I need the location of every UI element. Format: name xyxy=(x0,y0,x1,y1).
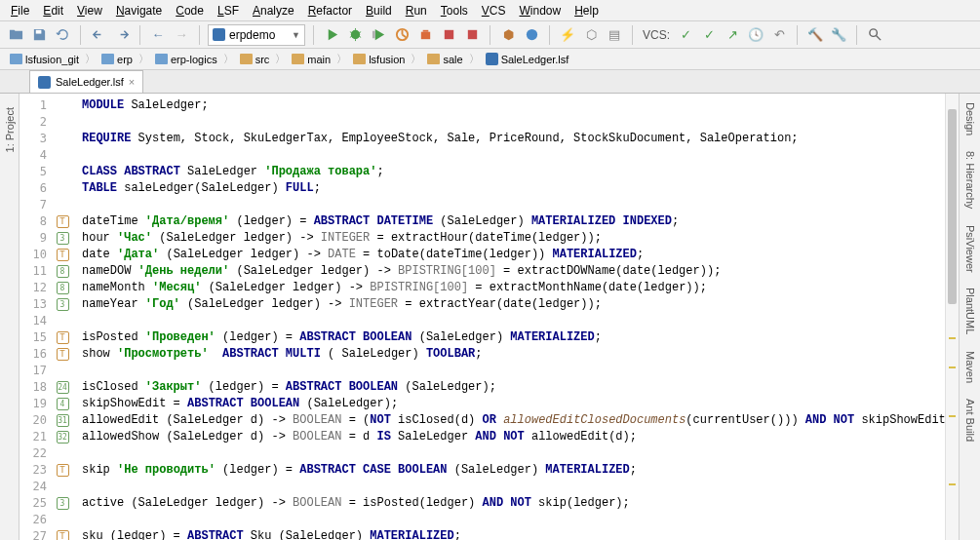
stop-icon[interactable] xyxy=(439,25,458,45)
close-icon[interactable]: × xyxy=(129,76,135,88)
vcs-history-icon[interactable]: 🕓 xyxy=(746,25,765,45)
toolwindow-design[interactable]: Design xyxy=(964,99,976,138)
menu-help[interactable]: Help xyxy=(568,2,606,19)
hierarchy-icon[interactable]: ⬡ xyxy=(581,25,601,45)
vcs-commit2-icon[interactable]: ✓ xyxy=(699,25,719,45)
code-line[interactable]: show 'Просмотреть' ABSTRACT MULTI ( Sale… xyxy=(82,346,945,363)
save-icon[interactable] xyxy=(29,25,49,45)
code-line[interactable]: sku (ledger) = ABSTRACT Sku (SaleLedger)… xyxy=(82,528,945,540)
coverage-icon[interactable] xyxy=(369,25,388,45)
toolwindow-ant-build[interactable]: Ant Build xyxy=(964,396,976,444)
code-line[interactable] xyxy=(82,445,945,462)
code-line[interactable]: nameYear 'Год' (SaleLedger ledger) -> IN… xyxy=(82,296,945,313)
breadcrumb-item[interactable]: erp-logics xyxy=(151,54,221,65)
attach-icon[interactable] xyxy=(415,25,435,45)
code-line[interactable]: date 'Дата' (SaleLedger ledger) -> DATE … xyxy=(82,247,945,263)
toggle1-icon[interactable]: ⬢ xyxy=(498,25,518,45)
code-line[interactable] xyxy=(82,197,945,213)
vcs-push-icon[interactable]: ↗ xyxy=(723,25,742,45)
open-icon[interactable] xyxy=(6,25,25,45)
menu-navigate[interactable]: Navigate xyxy=(109,2,169,19)
undo-icon[interactable] xyxy=(89,25,108,45)
breadcrumb-item[interactable]: src xyxy=(236,54,274,65)
bolt-icon[interactable]: ⚡ xyxy=(558,25,577,45)
code-line[interactable] xyxy=(82,363,945,379)
back-icon[interactable]: ← xyxy=(148,25,168,45)
vertical-scrollbar[interactable] xyxy=(945,94,959,540)
breadcrumb-item[interactable]: SaleLedger.lsf xyxy=(482,53,573,65)
debug-icon[interactable] xyxy=(345,25,365,45)
build-icon[interactable]: 🔨 xyxy=(805,25,825,45)
line-marker: 31 xyxy=(53,412,72,429)
vcs-commit-icon[interactable]: ✓ xyxy=(676,25,695,45)
code-line[interactable] xyxy=(82,114,945,131)
toolwindow-psiviewer[interactable]: PsiViewer xyxy=(964,222,976,276)
breadcrumb-item[interactable]: lsfusion_git xyxy=(6,54,83,65)
menubar: FileEditViewNavigateCodeLSFAnalyzeRefact… xyxy=(0,0,980,21)
code-line[interactable]: active (SaleLedger ledger) -> BOOLEAN = … xyxy=(82,495,945,512)
line-number: 3 xyxy=(20,131,47,147)
code-line[interactable]: skipShowEdit = ABSTRACT BOOLEAN (SaleLed… xyxy=(82,396,945,412)
code-line[interactable]: allowedShow (SaleLedger d) -> BOOLEAN = … xyxy=(82,429,945,445)
line-number: 13 xyxy=(20,296,47,313)
line-number: 16 xyxy=(20,346,47,363)
code-area[interactable]: MODULE SaleLedger; REQUIRE System, Stock… xyxy=(72,94,945,540)
code-editor[interactable]: 1234567891011121314151617181920212223242… xyxy=(20,94,959,540)
menu-code[interactable]: Code xyxy=(169,2,211,19)
editor-tab[interactable]: SaleLedger.lsf × xyxy=(29,70,143,93)
code-line[interactable] xyxy=(82,313,945,329)
menu-window[interactable]: Window xyxy=(512,2,568,19)
code-line[interactable]: REQUIRE System, Stock, SkuLedgerTax, Emp… xyxy=(82,131,945,147)
forward-icon[interactable]: → xyxy=(172,25,191,45)
vcs-revert-icon[interactable]: ↶ xyxy=(769,25,789,45)
line-marker xyxy=(53,479,72,495)
project-tool-button[interactable]: 1: Project xyxy=(4,103,16,156)
search-icon[interactable] xyxy=(865,25,884,45)
svg-rect-2 xyxy=(372,31,374,39)
code-line[interactable] xyxy=(82,147,945,164)
toolwindow-8-hierarchy[interactable]: 8: Hierarchy xyxy=(964,148,976,212)
code-line[interactable]: TABLE saleLedger(SaleLedger) FULL; xyxy=(82,180,945,197)
menu-run[interactable]: Run xyxy=(399,2,434,19)
menu-refactor[interactable]: Refactor xyxy=(301,2,359,19)
menu-lsf[interactable]: LSF xyxy=(211,2,246,19)
marker-gutter: T3T883TT2443132T3T xyxy=(53,94,72,540)
menu-file[interactable]: File xyxy=(4,2,36,19)
code-line[interactable]: isClosed 'Закрыт' (ledger) = ABSTRACT BO… xyxy=(82,379,945,396)
menu-edit[interactable]: Edit xyxy=(36,2,70,19)
run-icon[interactable] xyxy=(322,25,341,45)
menu-tools[interactable]: Tools xyxy=(434,2,475,19)
menu-view[interactable]: View xyxy=(70,2,109,19)
menu-analyze[interactable]: Analyze xyxy=(246,2,301,19)
tab-label: SaleLedger.lsf xyxy=(56,76,124,88)
toolwindow-maven[interactable]: Maven xyxy=(964,348,976,386)
menu-vcs[interactable]: VCS xyxy=(475,2,513,19)
svg-point-7 xyxy=(526,29,536,40)
code-line[interactable]: dateTime 'Дата/время' (ledger) = ABSTRAC… xyxy=(82,213,945,230)
breadcrumb-item[interactable]: main xyxy=(288,54,334,65)
code-line[interactable]: nameDOW 'День недели' (SaleLedger ledger… xyxy=(82,263,945,280)
refresh-icon[interactable] xyxy=(53,25,72,45)
code-icon[interactable] xyxy=(522,25,541,45)
breadcrumb-item[interactable]: sale xyxy=(423,54,466,65)
toolwindow-plantuml[interactable]: PlantUML xyxy=(964,285,976,337)
code-line[interactable]: nameMonth 'Месяц' (SaleLedger ledger) ->… xyxy=(82,280,945,296)
code-line[interactable]: isPosted 'Проведен' (ledger) = ABSTRACT … xyxy=(82,329,945,346)
code-line[interactable]: CLASS ABSTRACT SaleLedger 'Продажа товар… xyxy=(82,164,945,180)
code-line[interactable]: allowedEdit (SaleLedger d) -> BOOLEAN = … xyxy=(82,412,945,429)
menu-build[interactable]: Build xyxy=(359,2,399,19)
code-line[interactable]: skip 'Не проводить' (ledger) = ABSTRACT … xyxy=(82,462,945,479)
wrench-icon[interactable]: 🔧 xyxy=(829,25,848,45)
code-line[interactable]: hour 'Час' (SaleLedger ledger) -> INTEGE… xyxy=(82,230,945,247)
redo-icon[interactable] xyxy=(112,25,132,45)
run-config-combo[interactable]: erpdemo ▼ xyxy=(208,24,305,46)
profile-icon[interactable] xyxy=(392,25,412,45)
scrollbar-thumb[interactable] xyxy=(948,109,957,304)
breadcrumb-item[interactable]: erp xyxy=(98,54,137,65)
stop2-icon[interactable] xyxy=(462,25,482,45)
breadcrumb-item[interactable]: lsfusion xyxy=(349,54,409,65)
code-line[interactable] xyxy=(82,512,945,528)
code-line[interactable] xyxy=(82,479,945,495)
package-icon[interactable]: ▤ xyxy=(605,25,624,45)
code-line[interactable]: MODULE SaleLedger; xyxy=(82,97,945,114)
